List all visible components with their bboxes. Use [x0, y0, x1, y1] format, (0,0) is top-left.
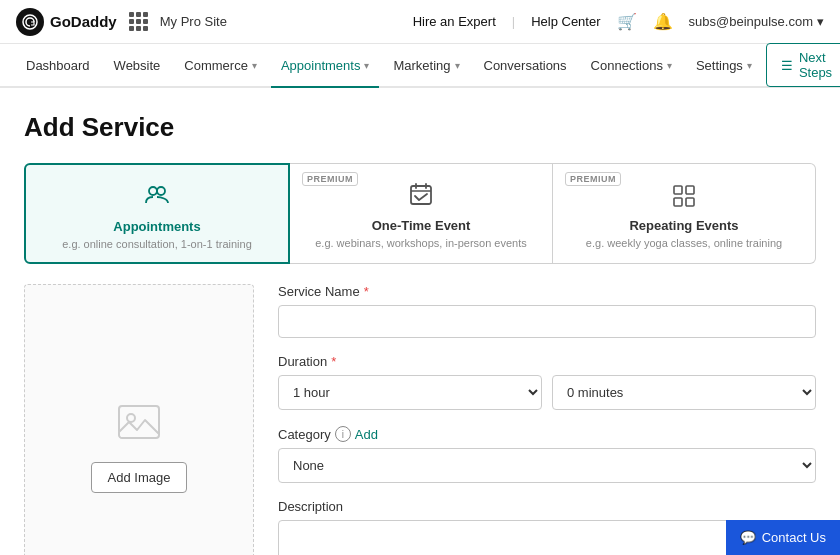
duration-minutes-select[interactable]: 0 minutes 15 minutes 30 minutes 45 minut…	[552, 375, 816, 410]
duration-row: 1 hour 2 hours 3 hours 4 hours 0 minutes…	[278, 375, 816, 410]
svg-point-0	[23, 15, 37, 29]
user-email[interactable]: subs@beinpulse.com ▾	[689, 14, 824, 29]
category-label-row: Category i Add	[278, 426, 816, 442]
form-fields: Service Name * Duration * 1 hour 2 hours…	[278, 284, 816, 555]
type-desc-one-time: e.g. webinars, workshops, in-person even…	[315, 237, 527, 249]
svg-point-1	[149, 187, 157, 195]
svg-rect-8	[119, 406, 159, 438]
top-bar-left: GoDaddy My Pro Site	[16, 8, 227, 36]
service-type-row: Appointments e.g. online consultation, 1…	[24, 163, 816, 264]
nav-commerce[interactable]: Commerce▾	[174, 43, 267, 87]
type-name-appointments: Appointments	[113, 219, 200, 234]
contact-us-button[interactable]: 💬 Contact Us	[726, 520, 840, 555]
bell-icon[interactable]: 🔔	[653, 12, 673, 31]
add-image-button[interactable]: Add Image	[91, 462, 188, 493]
type-desc-repeating: e.g. weekly yoga classes, online trainin…	[586, 237, 782, 249]
duration-hours-select[interactable]: 1 hour 2 hours 3 hours 4 hours	[278, 375, 542, 410]
required-star-duration: *	[331, 354, 336, 369]
nav-marketing[interactable]: Marketing▾	[383, 43, 469, 87]
svg-rect-6	[674, 198, 682, 206]
hire-expert-link[interactable]: Hire an Expert	[413, 14, 496, 29]
premium-badge-repeating: PREMIUM	[565, 172, 621, 186]
category-add-link[interactable]: Add	[355, 427, 378, 442]
top-bar-right: Hire an Expert | Help Center 🛒 🔔 subs@be…	[413, 12, 824, 31]
chevron-down-icon: ▾	[252, 60, 257, 71]
nav-appointments[interactable]: Appointments▾	[271, 44, 380, 88]
svg-rect-3	[411, 186, 431, 204]
godaddy-logo[interactable]: GoDaddy	[16, 8, 117, 36]
service-name-group: Service Name *	[278, 284, 816, 338]
cart-icon[interactable]: 🛒	[617, 12, 637, 31]
chevron-down-icon: ▾	[667, 60, 672, 71]
nav-conversations[interactable]: Conversations	[474, 43, 577, 87]
svg-rect-5	[686, 186, 694, 194]
help-center-link[interactable]: Help Center	[531, 14, 600, 29]
service-name-label: Service Name *	[278, 284, 816, 299]
form-section: Add Image Service Name * Duration *	[24, 284, 816, 555]
category-info-icon[interactable]: i	[335, 426, 351, 442]
appointments-icon	[143, 181, 171, 215]
repeating-icon	[670, 180, 698, 214]
svg-rect-7	[686, 198, 694, 206]
chevron-down-icon: ▾	[817, 14, 824, 29]
chevron-down-icon: ▾	[455, 60, 460, 71]
chat-icon: 💬	[740, 530, 756, 545]
one-time-icon	[407, 180, 435, 214]
duration-label: Duration *	[278, 354, 816, 369]
nav-connections[interactable]: Connections▾	[581, 43, 682, 87]
type-desc-appointments: e.g. online consultation, 1-on-1 trainin…	[62, 238, 252, 250]
page-content: Add Service Appointments e.g. online con…	[0, 88, 840, 555]
nav-dashboard[interactable]: Dashboard	[16, 43, 100, 87]
next-steps-button[interactable]: ☰ Next Steps	[766, 43, 840, 87]
image-panel: Add Image	[24, 284, 254, 555]
my-pro-site-link[interactable]: My Pro Site	[160, 14, 227, 29]
nav-settings[interactable]: Settings▾	[686, 43, 762, 87]
type-name-one-time: One-Time Event	[372, 218, 471, 233]
page-title: Add Service	[24, 112, 816, 143]
type-card-repeating[interactable]: PREMIUM Repeating Events e.g. weekly yog…	[553, 163, 816, 264]
steps-icon: ☰	[781, 58, 793, 73]
premium-badge-one-time: PREMIUM	[302, 172, 358, 186]
service-name-input[interactable]	[278, 305, 816, 338]
nav-website[interactable]: Website	[104, 43, 171, 87]
type-name-repeating: Repeating Events	[629, 218, 738, 233]
image-placeholder	[115, 398, 163, 446]
grid-icon[interactable]	[129, 12, 148, 31]
svg-point-2	[157, 187, 165, 195]
required-star: *	[364, 284, 369, 299]
logo-icon	[16, 8, 44, 36]
duration-group: Duration * 1 hour 2 hours 3 hours 4 hour…	[278, 354, 816, 410]
logo-text: GoDaddy	[50, 13, 117, 30]
chevron-down-icon: ▾	[747, 60, 752, 71]
svg-rect-4	[674, 186, 682, 194]
category-select[interactable]: None	[278, 448, 816, 483]
svg-point-9	[127, 414, 135, 422]
divider: |	[512, 14, 515, 29]
chevron-down-icon: ▾	[364, 60, 369, 71]
type-card-one-time[interactable]: PREMIUM One-Time Event e.g. webinars, wo…	[290, 163, 553, 264]
description-label: Description	[278, 499, 816, 514]
category-group: Category i Add None	[278, 426, 816, 483]
type-card-appointments[interactable]: Appointments e.g. online consultation, 1…	[24, 163, 290, 264]
top-bar: GoDaddy My Pro Site Hire an Expert | Hel…	[0, 0, 840, 44]
nav-bar: Dashboard Website Commerce▾ Appointments…	[0, 44, 840, 88]
